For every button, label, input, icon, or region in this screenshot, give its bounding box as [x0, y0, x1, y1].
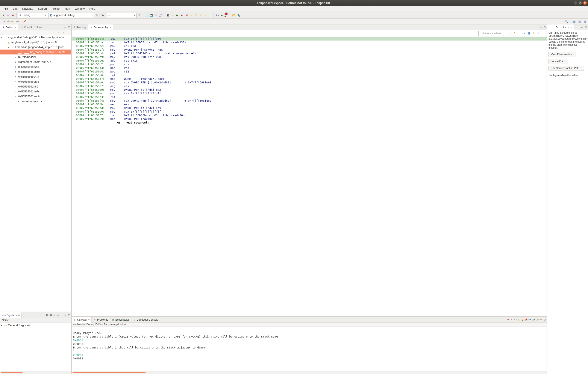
step-into-icon[interactable]: ↘: [189, 13, 193, 17]
disasm-row[interactable]: 00007ffff66b5109:nopDWORD PTR [rax+0x0]: [72, 117, 546, 121]
maximize-view-icon[interactable]: ▢: [543, 26, 546, 29]
disasm-row[interactable]: 00007ffff66b50fd:movDWORD PTR fs:[rdx],e…: [72, 106, 546, 110]
disasm-row[interactable]: 00007ffff66b50d2:poprbx: [72, 62, 546, 66]
close-icon[interactable]: ✕: [15, 26, 16, 29]
tab-registers[interactable]: 1010 Registers ✕: [0, 312, 22, 318]
stop-icon[interactable]: ■: [11, 13, 15, 17]
console-stop-icon[interactable]: ■: [506, 318, 510, 322]
minimize-button[interactable]: –: [574, 1, 577, 5]
suspend-icon[interactable]: ▶: [175, 13, 179, 17]
save-icon[interactable]: 💾: [149, 13, 153, 17]
stack-frame-row[interactable]: ≡wgetch() at 0x7ffff7bb5777: [0, 59, 71, 64]
maximize-view-icon[interactable]: ▢: [67, 26, 71, 29]
console-new-icon[interactable]: ▯▾: [532, 318, 535, 322]
perspective-debug-icon[interactable]: ▦: [577, 19, 582, 24]
disasm-row[interactable]: 00007ffff66b50ba:ja0x7ffff66b50f4 <__GI_…: [72, 40, 546, 44]
save-all-icon[interactable]: ⎘: [154, 13, 158, 17]
maximize-view-icon[interactable]: ▢: [543, 318, 546, 322]
stack-frame-row[interactable]: ▾cangbandv4 Debug [C/C++ Remote Applicat…: [0, 35, 71, 40]
stack-frame-row[interactable]: ≡0x55555565bf35: [0, 79, 71, 84]
drop-frame-icon[interactable]: ☰: [208, 13, 212, 17]
stack-frame-row[interactable]: ≡0x55555565e4fa: [0, 74, 71, 79]
maximize-view-icon[interactable]: ▢: [67, 313, 71, 317]
edit-source-lookup-button[interactable]: Edit Source Lookup Path...: [548, 66, 584, 71]
launch-settings-icon[interactable]: ✿: [95, 13, 99, 17]
disasm-row[interactable]: 00007ffff66b50d7:nopWORD PTR [rax+rax*1+…: [72, 77, 546, 81]
quick-access-icon[interactable]: 🔍: [564, 19, 568, 24]
disconnect-icon[interactable]: ⇲: [184, 13, 189, 17]
external-tools-icon[interactable]: 🧰▾: [224, 13, 229, 17]
disasm-row[interactable]: 00007ffff66b50fb:negeax: [72, 102, 546, 106]
new-icon[interactable]: 📄: [144, 13, 148, 17]
disasm-row[interactable]: 00007ffff66b50d6:ret: [72, 73, 546, 77]
minimize-view-icon[interactable]: ▭: [539, 26, 543, 29]
stack-frame-row[interactable]: ≡0x55555562ae7c: [0, 89, 71, 94]
link-icon[interactable]: ⎘: [522, 31, 526, 35]
console-output[interactable]: Ready Player One?Enter the dummy variabl…: [72, 327, 546, 371]
debug-link-icon[interactable]: ⚙: [56, 30, 61, 35]
open-type-icon[interactable]: 📂: [231, 13, 236, 17]
disasm-row[interactable]: 00007ffff66b50e0:movrdx,QWORD PTR [rip+0…: [72, 81, 546, 84]
maximize-button[interactable]: ▢: [578, 1, 582, 5]
close-icon[interactable]: ✕: [570, 26, 572, 29]
minimize-view-icon[interactable]: ▭: [63, 313, 67, 317]
reg-tool2-icon[interactable]: ▦: [49, 313, 52, 317]
edit-icon[interactable]: ✎: [532, 31, 536, 35]
minimize-view-icon[interactable]: ▭: [580, 26, 584, 29]
terminate-icon[interactable]: ■: [180, 13, 184, 17]
console-clear-icon[interactable]: ▯: [517, 318, 521, 322]
disasm-row[interactable]: 00007ffff66b5107:jmp0x7ffff66b50bc <__GI…: [72, 113, 546, 117]
target-settings-icon[interactable]: ✿: [137, 13, 141, 17]
instruction-mode-icon[interactable]: i→: [61, 30, 65, 35]
collapse-icon[interactable]: ⇱▾: [1, 19, 6, 23]
disassembly-listing[interactable]: ➵00007ffff66b50b4:cmprax,0xfffffffffffff…: [72, 36, 546, 316]
debug-as-icon[interactable]: ✶▾: [215, 13, 219, 17]
menu-search[interactable]: Search: [36, 6, 49, 11]
reg-tool5-icon[interactable]: ⋮: [60, 313, 63, 317]
minimize-view-icon[interactable]: ▭: [539, 318, 543, 322]
step-return-icon[interactable]: ↗: [199, 13, 203, 17]
export-icon[interactable]: ↗: [536, 31, 541, 35]
binary-icon[interactable]: 1001: [158, 13, 163, 17]
perspective-c-icon[interactable]: ▥: [572, 19, 577, 24]
goto-icon[interactable]: ▣: [527, 31, 531, 35]
disasm-row[interactable]: 00007ffff66b50e7:negeax: [72, 84, 546, 88]
menu-window[interactable]: Window: [73, 6, 87, 11]
locate-file-button[interactable]: Locate File...: [548, 59, 568, 64]
close-icon[interactable]: ✕: [110, 26, 111, 29]
stack-frame-row[interactable]: ≡0x55555565e868: [0, 69, 71, 74]
run-as-icon[interactable]: ●▾: [220, 13, 224, 17]
menu-help[interactable]: Help: [87, 6, 97, 11]
skip-breakpoints-icon[interactable]: ⌖: [1, 13, 6, 17]
perspective-combo[interactable]: ✶Debug: [18, 13, 48, 18]
stack-frame-row[interactable]: ≡0x55555561ff86: [0, 84, 71, 89]
bug-icon[interactable]: ✶: [6, 13, 10, 17]
disasm-row[interactable]: 00007ffff66b50ec:movrax,0xffffffffffffff…: [72, 91, 546, 95]
disasm-row[interactable]: 00007ffff66b50f4:movrdx,QWORD PTR [rip+0…: [72, 99, 546, 102]
maximize-view-icon[interactable]: ▢: [584, 26, 587, 29]
disasm-row[interactable]: 00007ffff66b50f3:ret: [72, 95, 546, 99]
reg-tool4-icon[interactable]: ▭: [56, 313, 60, 317]
target-combo[interactable]: ---: [106, 13, 137, 18]
stack-frame-row[interactable]: ≡0x55555562aec8: [0, 94, 71, 99]
tab-memory[interactable]: ▯ Memory: [72, 24, 88, 30]
stack-frame-row[interactable]: ≡0x7ffff7bb4c21: [0, 54, 71, 59]
disasm-row[interactable]: 00007ffff66b50c4:call0x7ffff66d5740 <__l…: [72, 51, 546, 55]
disasm-row[interactable]: 00007ffff66b50ce:addrsp,0x10: [72, 59, 546, 62]
console-display-icon[interactable]: ▭▾: [528, 318, 532, 322]
close-button[interactable]: ✕: [583, 1, 587, 5]
tab-debugger-console[interactable]: ▯ Debugger Console: [131, 317, 160, 323]
disasm-row[interactable]: 00007ffff66b50d4:popr12: [72, 70, 546, 73]
search-icon[interactable]: 🔦: [236, 13, 241, 17]
disasm-row[interactable]: 00007ffff66b50d3:poprbp: [72, 66, 546, 70]
view-menu-icon[interactable]: ⋮: [66, 30, 70, 35]
registers-name-header[interactable]: Name: [0, 318, 71, 323]
menu-edit[interactable]: Edit: [10, 6, 20, 11]
pin-icon[interactable]: ⇲▾: [6, 19, 10, 23]
disasm-row[interactable]: ➵00007ffff66b50b4:cmprax,0xfffffffffffff…: [72, 37, 546, 40]
tab-console[interactable]: ▯ Console ✕: [72, 317, 92, 323]
stack-frame-row[interactable]: ≡0x55555565f0a5: [0, 64, 71, 69]
disasm-row[interactable]: 00007ffff66b50bf:movQWORD PTR [rsp+0x8],…: [72, 48, 546, 51]
console-removeall-icon[interactable]: ✕✕: [514, 318, 517, 322]
resume-icon[interactable]: ⏵: [170, 13, 174, 17]
